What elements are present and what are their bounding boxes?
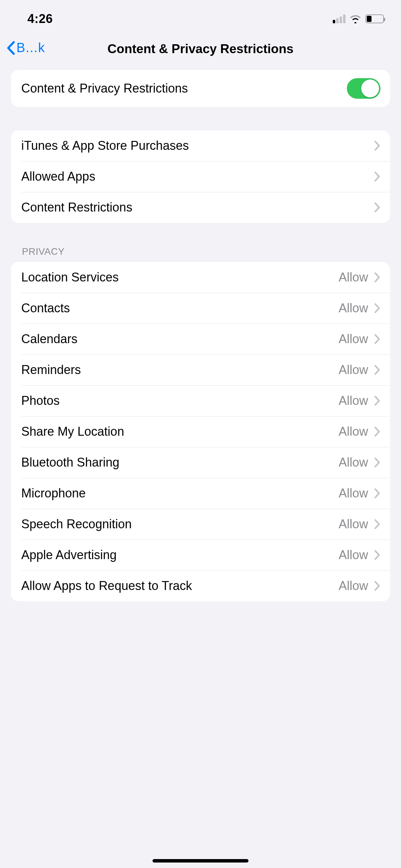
apple-advertising-row[interactable]: Apple Advertising Allow bbox=[11, 540, 390, 570]
chevron-right-icon bbox=[374, 334, 380, 344]
speech-recognition-row[interactable]: Speech Recognition Allow bbox=[11, 509, 390, 540]
general-section: iTunes & App Store Purchases Allowed App… bbox=[11, 130, 390, 223]
back-button[interactable]: B…k bbox=[6, 40, 45, 55]
battery-icon bbox=[365, 14, 384, 23]
cellular-signal-icon bbox=[333, 14, 345, 23]
photos-row[interactable]: Photos Allow bbox=[11, 385, 390, 416]
chevron-right-icon bbox=[374, 141, 380, 151]
row-value: Allow bbox=[339, 394, 368, 408]
master-toggle-section: Content & Privacy Restrictions bbox=[11, 70, 390, 107]
chevron-right-icon bbox=[374, 365, 380, 375]
content-restrictions-row[interactable]: Content Restrictions bbox=[11, 192, 390, 223]
chevron-right-icon bbox=[374, 550, 380, 560]
status-time: 4:26 bbox=[27, 12, 53, 26]
row-value: Allow bbox=[339, 301, 368, 315]
row-value: Allow bbox=[339, 517, 368, 531]
microphone-row[interactable]: Microphone Allow bbox=[11, 478, 390, 509]
contacts-row[interactable]: Contacts Allow bbox=[11, 293, 390, 324]
allow-apps-request-track-row[interactable]: Allow Apps to Request to Track Allow bbox=[11, 570, 390, 601]
row-value: Allow bbox=[339, 579, 368, 593]
row-label: Content Restrictions bbox=[21, 200, 374, 215]
privacy-section-header: Privacy bbox=[11, 246, 390, 262]
row-label: Location Services bbox=[21, 270, 339, 285]
wifi-icon bbox=[350, 14, 361, 23]
row-value: Allow bbox=[339, 455, 368, 470]
row-label: Microphone bbox=[21, 486, 339, 501]
row-label: Speech Recognition bbox=[21, 517, 339, 531]
chevron-right-icon bbox=[374, 488, 380, 498]
chevron-right-icon bbox=[374, 396, 380, 406]
row-value: Allow bbox=[339, 363, 368, 377]
location-services-row[interactable]: Location Services Allow bbox=[11, 262, 390, 293]
row-label: Calendars bbox=[21, 332, 339, 346]
reminders-row[interactable]: Reminders Allow bbox=[11, 354, 390, 385]
back-label: B…k bbox=[16, 40, 45, 55]
chevron-right-icon bbox=[374, 519, 380, 529]
toggle-label: Content & Privacy Restrictions bbox=[21, 81, 347, 96]
page-title: Content & Privacy Restrictions bbox=[108, 42, 294, 56]
row-value: Allow bbox=[339, 548, 368, 562]
toggle-switch[interactable] bbox=[347, 78, 380, 99]
toggle-knob bbox=[361, 80, 379, 97]
status-indicators bbox=[333, 14, 384, 23]
chevron-left-icon bbox=[6, 41, 15, 55]
calendars-row[interactable]: Calendars Allow bbox=[11, 324, 390, 354]
itunes-app-store-row[interactable]: iTunes & App Store Purchases bbox=[11, 130, 390, 161]
allowed-apps-row[interactable]: Allowed Apps bbox=[11, 161, 390, 192]
row-label: Contacts bbox=[21, 301, 339, 315]
row-label: Allow Apps to Request to Track bbox=[21, 579, 339, 593]
row-label: Allowed Apps bbox=[21, 169, 374, 184]
chevron-right-icon bbox=[374, 303, 380, 313]
row-label: Apple Advertising bbox=[21, 548, 339, 562]
row-value: Allow bbox=[339, 332, 368, 346]
nav-header: B…k Content & Privacy Restrictions bbox=[0, 38, 401, 70]
row-label: Share My Location bbox=[21, 424, 339, 439]
status-bar: 4:26 bbox=[0, 0, 401, 38]
privacy-section: Location Services Allow Contacts Allow C… bbox=[11, 262, 390, 601]
chevron-right-icon bbox=[374, 426, 380, 437]
row-value: Allow bbox=[339, 424, 368, 439]
row-label: iTunes & App Store Purchases bbox=[21, 138, 374, 153]
row-label: Reminders bbox=[21, 363, 339, 377]
chevron-right-icon bbox=[374, 171, 380, 182]
content-privacy-toggle-row[interactable]: Content & Privacy Restrictions bbox=[11, 70, 390, 107]
row-value: Allow bbox=[339, 270, 368, 285]
bluetooth-sharing-row[interactable]: Bluetooth Sharing Allow bbox=[11, 447, 390, 478]
share-my-location-row[interactable]: Share My Location Allow bbox=[11, 416, 390, 447]
chevron-right-icon bbox=[374, 457, 380, 468]
chevron-right-icon bbox=[374, 202, 380, 213]
chevron-right-icon bbox=[374, 272, 380, 282]
chevron-right-icon bbox=[374, 581, 380, 591]
row-label: Photos bbox=[21, 394, 339, 408]
home-indicator[interactable] bbox=[153, 859, 248, 863]
row-value: Allow bbox=[339, 486, 368, 501]
row-label: Bluetooth Sharing bbox=[21, 455, 339, 470]
